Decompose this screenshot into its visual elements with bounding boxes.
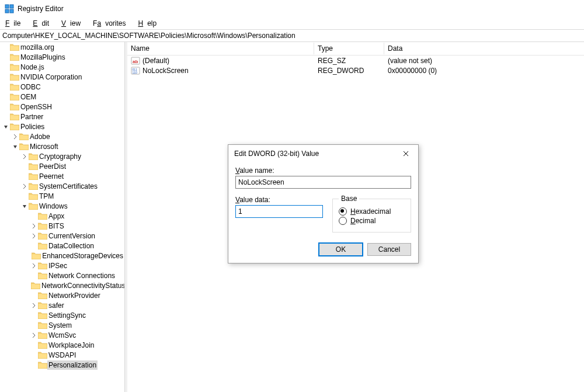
titlebar: Registry Editor (0, 0, 584, 18)
tree-item[interactable]: WorkplaceJoin (0, 340, 124, 350)
folder-icon (29, 172, 38, 180)
tree-item[interactable]: safer (0, 300, 124, 310)
radio-hexadecimal[interactable]: Hexadecimal (339, 207, 405, 216)
svg-text:110: 110 (133, 71, 138, 74)
menu-file[interactable]: File (1, 18, 29, 29)
menu-help[interactable]: Help (134, 18, 165, 29)
folder-icon (10, 103, 19, 110)
tree-item-label: TPM (38, 192, 55, 201)
radio-decimal[interactable]: Decimal (339, 217, 405, 225)
tree-item-label: WcmSvc (47, 331, 77, 340)
folder-icon (38, 272, 47, 279)
col-name[interactable]: Name (127, 43, 314, 54)
tree-item[interactable]: WcmSvc (0, 330, 124, 340)
menu-favorites[interactable]: Favorites (89, 18, 134, 29)
cancel-button[interactable]: Cancel (367, 243, 411, 256)
folder-icon (10, 113, 19, 120)
tree-item-label: Partner (19, 112, 44, 122)
tree-item[interactable]: Microsoft (0, 141, 124, 151)
chevron-right-icon[interactable] (30, 262, 37, 269)
chevron-down-icon[interactable] (2, 123, 9, 130)
address-bar[interactable]: Computer\HKEY_LOCAL_MACHINE\SOFTWARE\Pol… (0, 29, 584, 42)
tree-item-label: Windows (38, 202, 69, 211)
tree-item-label: NetworkConnectivityStatus (40, 281, 125, 290)
tree-item[interactable]: EnhancedStorageDevices (0, 251, 124, 261)
list-row[interactable]: 011110NoLockScreenREG_DWORD0x00000000 (0… (127, 65, 584, 75)
tree-item[interactable]: Node.js (0, 62, 124, 72)
tree-item[interactable]: Policies (0, 122, 124, 131)
tree-item[interactable]: Cryptography (0, 151, 124, 161)
list-row[interactable]: ab(Default)REG_SZ(value not set) (127, 55, 584, 65)
tree-item[interactable]: NetworkConnectivityStatus (0, 280, 124, 290)
tree-item[interactable]: Peernet (0, 171, 124, 181)
chevron-right-icon[interactable] (30, 302, 37, 309)
tree-item[interactable]: System (0, 320, 124, 330)
col-data[interactable]: Data (384, 43, 584, 54)
folder-icon (38, 311, 47, 319)
tree-item[interactable]: SystemCertificates (0, 181, 124, 191)
tree-item[interactable]: Partner (0, 112, 124, 122)
value-name-field[interactable] (235, 176, 411, 189)
tree-panel[interactable]: mozilla.orgMozillaPluginsNode.jsNVIDIA C… (0, 42, 125, 392)
folder-icon (29, 182, 38, 190)
tree-item[interactable]: BITS (0, 221, 124, 231)
chevron-right-icon[interactable] (30, 223, 37, 230)
folder-icon (10, 43, 19, 51)
tree-item[interactable]: NetworkProvider (0, 290, 124, 300)
tree-item-label: Appx (47, 211, 65, 221)
value-type: REG_DWORD (318, 67, 364, 75)
folder-icon (38, 341, 47, 349)
address-path: Computer\HKEY_LOCAL_MACHINE\SOFTWARE\Pol… (2, 32, 296, 40)
tree-item[interactable]: NVIDIA Corporation (0, 72, 124, 82)
tree-item[interactable]: TPM (0, 191, 124, 201)
chevron-down-icon[interactable] (12, 143, 19, 150)
tree-item[interactable]: Personalization (0, 360, 124, 370)
chevron-right-icon[interactable] (12, 133, 19, 140)
tree-item-label: OpenSSH (19, 102, 53, 112)
folder-icon (32, 252, 41, 259)
close-icon[interactable] (397, 147, 415, 161)
value-type: REG_SZ (318, 57, 346, 65)
tree-item[interactable]: OpenSSH (0, 102, 124, 112)
regedit-icon (5, 4, 14, 13)
tree-item[interactable]: Network Connections (0, 270, 124, 280)
tree-item-label: OEM (19, 92, 37, 102)
tree-item-label: BITS (47, 221, 65, 231)
tree-item[interactable]: Adobe (0, 131, 124, 141)
tree-item[interactable]: CurrentVersion (0, 231, 124, 241)
menu-view[interactable]: View (57, 18, 89, 29)
value-data-field[interactable] (235, 205, 323, 218)
tree-item[interactable]: OEM (0, 92, 124, 102)
tree-item-label: System (47, 321, 73, 330)
tree-item[interactable]: ODBC (0, 82, 124, 92)
folder-icon (38, 292, 47, 299)
tree-item-label: Cryptography (38, 152, 82, 161)
menu-edit[interactable]: Edit (29, 18, 57, 29)
tree-item-label: WSDAPI (47, 351, 77, 360)
tree-item[interactable]: Appx (0, 211, 124, 221)
menubar: File Edit View Favorites Help (0, 18, 584, 29)
chevron-right-icon[interactable] (30, 332, 37, 339)
value-data-label: Value data: (235, 196, 323, 204)
list-header: Name Type Data (127, 42, 584, 55)
window-title: Registry Editor (18, 5, 64, 13)
tree-item[interactable]: PeerDist (0, 161, 124, 171)
tree-item[interactable]: Windows (0, 201, 124, 211)
tree-item[interactable]: mozilla.org (0, 42, 124, 52)
ok-button[interactable]: OK (319, 243, 363, 256)
tree-item-label: SystemCertificates (38, 182, 99, 191)
col-type[interactable]: Type (314, 43, 384, 54)
tree-item[interactable]: WSDAPI (0, 350, 124, 360)
dialog-titlebar: Edit DWORD (32-bit) Value (228, 145, 418, 162)
tree-item-label: PeerDist (38, 162, 67, 171)
chevron-right-icon[interactable] (21, 153, 28, 160)
chevron-right-icon[interactable] (30, 233, 37, 240)
tree-item[interactable]: SettingSync (0, 310, 124, 320)
string-value-icon: ab (131, 56, 140, 65)
chevron-right-icon[interactable] (21, 183, 28, 190)
folder-icon (29, 202, 38, 210)
tree-item[interactable]: DataCollection (0, 241, 124, 251)
tree-item[interactable]: MozillaPlugins (0, 52, 124, 62)
tree-item[interactable]: IPSec (0, 261, 124, 270)
chevron-down-icon[interactable] (21, 203, 28, 210)
